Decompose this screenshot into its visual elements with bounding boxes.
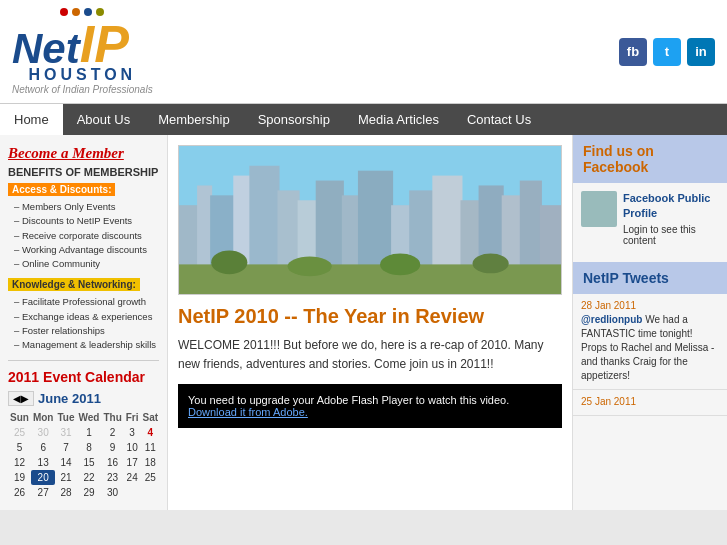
fb-profile-name[interactable]: Facebook Public Profile bbox=[623, 191, 719, 222]
nav-item-membership[interactable]: Membership bbox=[144, 104, 244, 135]
find-label: Find bbox=[583, 143, 613, 159]
tweet-item-2: 25 Jan 2011 bbox=[573, 390, 727, 416]
event-calendar-title: 2011 Event Calendar bbox=[8, 369, 159, 385]
navbar: HomeAbout UsMembershipSponsorshipMedia A… bbox=[0, 104, 727, 135]
svg-point-23 bbox=[473, 254, 509, 274]
cal-day[interactable]: 25 bbox=[141, 470, 161, 485]
cal-day[interactable]: 15 bbox=[76, 455, 101, 470]
tweet-user-1[interactable]: @redlionpub bbox=[581, 314, 642, 325]
cal-day[interactable]: 30 bbox=[31, 425, 56, 440]
cal-day[interactable]: 10 bbox=[124, 440, 141, 455]
cal-day-header: Sun bbox=[8, 410, 31, 425]
nav-item-sponsorship[interactable]: Sponsorship bbox=[244, 104, 344, 135]
fb-profile-info: Facebook Public Profile Login to see thi… bbox=[623, 191, 719, 246]
list-item: Receive corporate discounts bbox=[14, 229, 159, 243]
list-item: Exchange ideas & experiences bbox=[14, 310, 159, 324]
nav-item-contact-us[interactable]: Contact Us bbox=[453, 104, 545, 135]
cal-day bbox=[124, 485, 141, 500]
list-item: Facilitate Professional growth bbox=[14, 295, 159, 309]
fb-avatar bbox=[581, 191, 617, 227]
cal-day[interactable]: 3 bbox=[124, 425, 141, 440]
cal-day[interactable]: 1 bbox=[76, 425, 101, 440]
main-content: NetIP 2010 -- The Year in Review WELCOME… bbox=[168, 135, 572, 510]
logo-net: Net bbox=[12, 28, 80, 70]
cal-day[interactable]: 31 bbox=[55, 425, 76, 440]
cal-day-header: Fri bbox=[124, 410, 141, 425]
cal-prev[interactable]: ◀▶ bbox=[8, 391, 34, 406]
main-layout: Become a Member BENEFITS OF MEMBERSHIP A… bbox=[0, 135, 727, 510]
cal-day[interactable]: 17 bbox=[124, 455, 141, 470]
nav-item-media-articles[interactable]: Media Articles bbox=[344, 104, 453, 135]
cal-day-header: Tue bbox=[55, 410, 76, 425]
tweets-label: Tweets bbox=[622, 270, 668, 286]
list-item: Discounts to NetIP Events bbox=[14, 214, 159, 228]
cal-day[interactable]: 8 bbox=[76, 440, 101, 455]
cal-day[interactable]: 4 bbox=[141, 425, 161, 440]
logo-area: Net IP HOUSTON Network of Indian Profess… bbox=[12, 8, 153, 95]
cal-day[interactable]: 12 bbox=[8, 455, 31, 470]
fb-login-text[interactable]: Login to see this content bbox=[623, 224, 719, 246]
facebook-content: Facebook Public Profile Login to see thi… bbox=[573, 183, 727, 254]
cal-day[interactable]: 27 bbox=[31, 485, 56, 500]
twitter-icon[interactable]: t bbox=[653, 38, 681, 66]
header: Net IP HOUSTON Network of Indian Profess… bbox=[0, 0, 727, 104]
calendar-table: Sun Mon Tue Wed Thu Fri Sat 253031123456… bbox=[8, 410, 160, 500]
logo-houston: HOUSTON bbox=[12, 66, 153, 84]
cal-day bbox=[141, 485, 161, 500]
list-item: Foster relationships bbox=[14, 324, 159, 338]
nav-item-about-us[interactable]: About Us bbox=[63, 104, 144, 135]
list-item: Working Advantage discounts bbox=[14, 243, 159, 257]
cal-day[interactable]: 29 bbox=[76, 485, 101, 500]
knowledge-networking-label: Knowledge & Networking: bbox=[8, 278, 140, 291]
access-list: Members Only Events Discounts to NetIP E… bbox=[8, 200, 159, 271]
cal-day-header: Sat bbox=[141, 410, 161, 425]
benefits-heading: BENEFITS OF MEMBERSHIP bbox=[8, 166, 159, 178]
cal-day[interactable]: 30 bbox=[101, 485, 123, 500]
flash-download-link[interactable]: Download it from Adobe. bbox=[188, 406, 308, 418]
cal-day[interactable]: 25 bbox=[8, 425, 31, 440]
cal-day[interactable]: 26 bbox=[8, 485, 31, 500]
list-item: Members Only Events bbox=[14, 200, 159, 214]
list-item: Management & leadership skills bbox=[14, 338, 159, 352]
cal-day[interactable]: 18 bbox=[141, 455, 161, 470]
cal-day[interactable]: 16 bbox=[101, 455, 123, 470]
cal-day[interactable]: 14 bbox=[55, 455, 76, 470]
fb-profile-row: Facebook Public Profile Login to see thi… bbox=[581, 191, 719, 246]
svg-point-20 bbox=[211, 251, 247, 275]
cal-day[interactable]: 11 bbox=[141, 440, 161, 455]
cal-day[interactable]: 24 bbox=[124, 470, 141, 485]
dot-red bbox=[60, 8, 68, 16]
nav-item-home[interactable]: Home bbox=[0, 104, 63, 135]
hero-image bbox=[178, 145, 562, 295]
cal-day[interactable]: 6 bbox=[31, 440, 56, 455]
svg-point-21 bbox=[288, 257, 332, 277]
article-text: WELCOME 2011!!! But before we do, here i… bbox=[178, 336, 562, 374]
cal-day[interactable]: 23 bbox=[101, 470, 123, 485]
cal-day[interactable]: 9 bbox=[101, 440, 123, 455]
knowledge-list: Facilitate Professional growth Exchange … bbox=[8, 295, 159, 352]
netip-label: NetIP bbox=[583, 270, 619, 286]
cal-day[interactable]: 20 bbox=[31, 470, 56, 485]
cal-day[interactable]: 7 bbox=[55, 440, 76, 455]
cal-day-header: Mon bbox=[31, 410, 56, 425]
access-discounts-label: Access & Discounts: bbox=[8, 183, 115, 196]
cal-day[interactable]: 22 bbox=[76, 470, 101, 485]
cal-day[interactable]: 5 bbox=[8, 440, 31, 455]
list-item: Online Community bbox=[14, 257, 159, 271]
cal-day[interactable]: 28 bbox=[55, 485, 76, 500]
sidebar-divider bbox=[8, 360, 159, 361]
facebook-header: Find us on Facebook bbox=[573, 135, 727, 183]
svg-point-22 bbox=[380, 254, 420, 276]
calendar-header: ◀▶ June 2011 bbox=[8, 391, 159, 406]
become-member-title[interactable]: Become a Member bbox=[8, 145, 159, 162]
tweet-date-1: 28 Jan 2011 bbox=[581, 300, 719, 311]
cal-day[interactable]: 21 bbox=[55, 470, 76, 485]
facebook-icon[interactable]: fb bbox=[619, 38, 647, 66]
cal-day[interactable]: 2 bbox=[101, 425, 123, 440]
cal-day[interactable]: 13 bbox=[31, 455, 56, 470]
linkedin-icon[interactable]: in bbox=[687, 38, 715, 66]
cal-day[interactable]: 19 bbox=[8, 470, 31, 485]
tweet-date-2: 25 Jan 2011 bbox=[581, 396, 719, 407]
cal-day-header: Thu bbox=[101, 410, 123, 425]
logo-tagline: Network of Indian Professionals bbox=[12, 84, 153, 95]
